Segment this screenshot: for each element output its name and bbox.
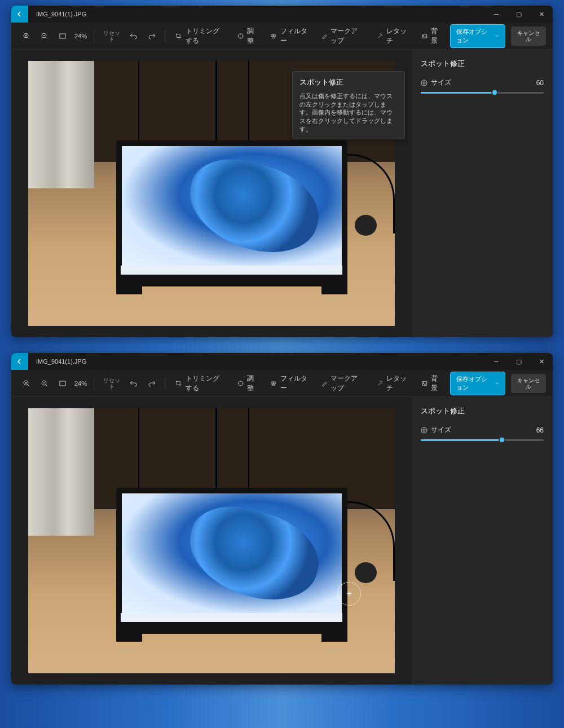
spot-fix-cursor[interactable]: + <box>337 582 361 606</box>
zoom-out-button[interactable] <box>36 29 53 43</box>
photos-editor-window-2: IMG_9041(1).JPG ─ ▢ ✕ 24% リセット トリミングする 調… <box>11 353 553 685</box>
maximize-button[interactable]: ▢ <box>508 6 530 23</box>
svg-line-17 <box>28 385 29 386</box>
retouch-tooltip: スポット修正 点又は傷を修正するには、マウスの左クリックまたはタップします。画像… <box>292 71 405 139</box>
tab-markup[interactable]: マークアップ <box>315 370 370 396</box>
zoom-percent: 24% <box>72 380 89 387</box>
tab-adjust[interactable]: 調整 <box>232 370 264 396</box>
workspace: スポット修正 点又は傷を修正するには、マウスの左クリックまたはタップします。画像… <box>11 50 553 337</box>
zoom-out-button[interactable] <box>36 376 53 391</box>
reset-button[interactable]: リセット <box>99 28 125 45</box>
zoom-in-button[interactable] <box>18 29 35 43</box>
back-button[interactable] <box>11 353 28 370</box>
window-controls: ─ ▢ ✕ <box>485 6 553 23</box>
undo-button[interactable] <box>125 29 142 43</box>
retouch-icon <box>377 32 384 40</box>
svg-point-14 <box>421 80 427 86</box>
tab-retouch[interactable]: レタッチ <box>371 370 415 396</box>
size-label: サイズ <box>431 425 451 435</box>
cancel-button[interactable]: キャンセル <box>511 27 546 46</box>
retouch-panel: スポット修正 サイズ 66 <box>412 397 553 685</box>
tab-adjust[interactable]: 調整 <box>232 23 264 49</box>
minimize-button[interactable]: ─ <box>485 6 508 23</box>
fit-icon <box>59 380 67 387</box>
tooltip-body: 点又は傷を修正するには、マウスの左クリックまたはタップします。画像内を移動するに… <box>299 92 398 133</box>
adjust-icon <box>237 380 244 387</box>
size-value: 60 <box>536 79 544 87</box>
panel-title: スポット修正 <box>421 406 544 416</box>
tooltip-title: スポット修正 <box>299 77 398 87</box>
close-button[interactable]: ✕ <box>530 6 553 23</box>
slider-thumb[interactable] <box>499 436 505 443</box>
background-icon <box>421 32 428 40</box>
tab-retouch[interactable]: レタッチ <box>371 23 415 49</box>
svg-point-31 <box>423 429 425 431</box>
close-button[interactable]: ✕ <box>530 353 553 370</box>
canvas-area[interactable]: + <box>11 397 412 685</box>
svg-point-30 <box>421 427 427 433</box>
svg-rect-7 <box>60 34 65 38</box>
cancel-button[interactable]: キャンセル <box>511 374 546 393</box>
separator <box>94 30 94 42</box>
redo-button[interactable] <box>143 29 160 43</box>
save-options-button[interactable]: 保存オプション <box>450 24 505 48</box>
tab-filter[interactable]: フィルター <box>265 23 314 49</box>
tab-crop[interactable]: トリミングする <box>170 23 230 49</box>
toolbar: 24% リセット トリミングする 調整 フィルター マークアップ レタッチ 背景… <box>11 23 553 50</box>
undo-button[interactable] <box>125 376 142 391</box>
titlebar: IMG_9041(1).JPG ─ ▢ ✕ <box>11 353 553 370</box>
svg-point-15 <box>423 82 425 84</box>
edited-photo[interactable]: + <box>28 408 395 673</box>
svg-line-1 <box>28 37 29 39</box>
chevron-down-icon <box>495 381 499 386</box>
arrow-left-icon <box>16 358 23 365</box>
reset-button[interactable]: リセット <box>99 375 125 392</box>
window-title: IMG_9041(1).JPG <box>28 11 485 17</box>
fit-button[interactable] <box>54 29 71 43</box>
save-options-button[interactable]: 保存オプション <box>450 372 505 395</box>
size-slider-row: サイズ 66 <box>421 425 544 435</box>
zoom-percent: 24% <box>72 33 89 39</box>
background-icon <box>421 380 428 387</box>
separator <box>94 377 94 390</box>
fit-icon <box>59 32 67 40</box>
separator <box>165 30 165 42</box>
tab-filter[interactable]: フィルター <box>265 370 314 396</box>
redo-button[interactable] <box>143 376 160 391</box>
zoom-in-icon <box>23 32 30 40</box>
zoom-out-icon <box>41 380 49 387</box>
markup-icon <box>321 380 328 387</box>
adjust-icon <box>237 32 244 40</box>
size-slider-row: サイズ 60 <box>421 78 544 87</box>
size-slider[interactable] <box>421 92 544 94</box>
retouch-icon <box>377 380 384 387</box>
crop-icon <box>175 32 182 40</box>
separator <box>165 377 165 390</box>
minimize-button[interactable]: ─ <box>485 353 508 370</box>
window-title: IMG_9041(1).JPG <box>28 358 485 365</box>
workspace: + スポット修正 サイズ 66 <box>11 397 553 685</box>
maximize-button[interactable]: ▢ <box>508 353 530 370</box>
tab-background[interactable]: 背景 <box>416 23 448 49</box>
size-label: サイズ <box>431 78 451 87</box>
tab-crop[interactable]: トリミングする <box>170 370 230 396</box>
slider-thumb[interactable] <box>491 89 498 96</box>
size-value: 66 <box>536 426 544 434</box>
fit-button[interactable] <box>54 376 71 391</box>
canvas-area[interactable]: スポット修正 点又は傷を修正するには、マウスの左クリックまたはタップします。画像… <box>11 50 412 337</box>
size-slider[interactable] <box>421 439 544 441</box>
target-icon <box>421 80 428 86</box>
titlebar: IMG_9041(1).JPG ─ ▢ ✕ <box>11 6 553 23</box>
filter-icon <box>270 32 277 40</box>
crop-icon <box>175 380 182 387</box>
chevron-down-icon <box>495 34 499 38</box>
tab-background[interactable]: 背景 <box>416 370 448 396</box>
svg-line-5 <box>46 37 47 39</box>
panel-title: スポット修正 <box>421 59 544 69</box>
zoom-out-icon <box>41 32 49 40</box>
tab-markup[interactable]: マークアップ <box>315 23 370 49</box>
arrow-left-icon <box>16 11 23 17</box>
zoom-in-button[interactable] <box>18 376 35 391</box>
back-button[interactable] <box>11 6 28 23</box>
window-controls: ─ ▢ ✕ <box>485 353 553 370</box>
